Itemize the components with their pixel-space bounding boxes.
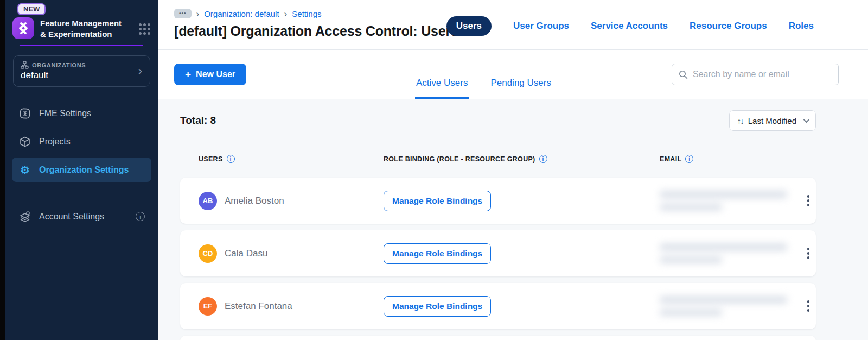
- search-box: [672, 64, 839, 85]
- user-cell: AB Amelia Boston: [199, 192, 384, 210]
- sidebar-item-account-settings[interactable]: Account Settings i: [12, 204, 151, 229]
- window-edge: [0, 0, 5, 340]
- cube-icon: [18, 136, 31, 148]
- total-count: Total: 8: [180, 115, 216, 127]
- sidebar-item-label: Organization Settings: [39, 165, 129, 175]
- breadcrumb-ellipsis[interactable]: •••: [174, 9, 192, 18]
- sort-dropdown[interactable]: ↑↓ Last Modified: [729, 110, 816, 131]
- redacted-email: [660, 191, 795, 211]
- info-icon[interactable]: i: [136, 212, 145, 221]
- tab-users[interactable]: Users: [446, 16, 492, 36]
- page-header: ••• › Organization: default › Settings […: [158, 0, 868, 50]
- apps-grid-icon[interactable]: [139, 23, 150, 35]
- search-icon: [679, 70, 688, 79]
- sidebar-item-projects[interactable]: Projects: [12, 129, 151, 154]
- sidebar-divider: [18, 194, 145, 194]
- breadcrumb-link-organization[interactable]: Organization: default: [204, 9, 279, 18]
- user-name: Estefan Fontana: [225, 301, 292, 312]
- tab-active-users[interactable]: Active Users: [415, 78, 469, 99]
- access-control-nav: Users User Groups Service Accounts Resou…: [446, 16, 814, 36]
- info-icon[interactable]: i: [685, 155, 693, 163]
- chevron-right-icon: ›: [284, 9, 288, 18]
- sidebar-item-label: Account Settings: [39, 212, 104, 222]
- table-row: CD Cala Dasu Manage Role Bindings: [180, 230, 816, 276]
- layers-gear-icon: [18, 210, 31, 223]
- sidebar-header: NEW Feature Management & Experimentation: [5, 0, 158, 46]
- chevron-down-icon: [803, 117, 809, 123]
- tab-resource-groups[interactable]: Resource Groups: [690, 21, 767, 32]
- user-name: Cala Dasu: [225, 248, 267, 259]
- new-user-button[interactable]: + New User: [174, 64, 246, 85]
- sidebar-item-label: Projects: [39, 137, 71, 147]
- column-header-role-binding: ROLE BINDING (ROLE - RESOURCE GROUP) i: [384, 155, 660, 163]
- users-list-panel: Total: 8 ↑↓ Last Modified USERS i ROLE B…: [158, 99, 868, 340]
- gear-icon: ⚙: [18, 165, 31, 175]
- toolbar: + New User Active Users Pending Users: [158, 50, 868, 99]
- avatar: EF: [199, 297, 217, 316]
- hierarchy-icon: [21, 61, 29, 69]
- table-header-row: USERS i ROLE BINDING (ROLE - RESOURCE GR…: [180, 155, 816, 163]
- next-row-partial: [180, 336, 816, 340]
- plus-icon: +: [185, 70, 191, 79]
- user-name: Amelia Boston: [225, 196, 284, 206]
- tab-pending-users[interactable]: Pending Users: [489, 78, 552, 99]
- brand: Feature Management & Experimentation: [12, 17, 150, 40]
- table-row: AB Amelia Boston Manage Role Bindings: [180, 178, 816, 224]
- sidebar: NEW Feature Management & Experimentation: [5, 0, 158, 340]
- main-area: ••• › Organization: default › Settings […: [158, 0, 868, 340]
- kebab-menu-icon[interactable]: [802, 245, 815, 261]
- search-input[interactable]: [693, 70, 832, 79]
- sort-arrows-icon: ↑↓: [737, 116, 743, 125]
- info-icon[interactable]: i: [539, 155, 547, 163]
- breadcrumb-link-settings[interactable]: Settings: [292, 9, 321, 18]
- kebab-menu-icon[interactable]: [802, 193, 815, 209]
- user-cell: EF Estefan Fontana: [199, 297, 384, 316]
- sort-dropdown-value: Last Modified: [748, 116, 796, 125]
- tab-service-accounts[interactable]: Service Accounts: [591, 21, 668, 32]
- sidebar-item-organization-settings[interactable]: ⚙ Organization Settings: [12, 158, 151, 182]
- manage-role-bindings-button[interactable]: Manage Role Bindings: [384, 243, 491, 264]
- sidebar-nav: FME Settings Projects ⚙ Organization Set…: [5, 101, 158, 229]
- manage-role-bindings-button[interactable]: Manage Role Bindings: [384, 191, 491, 211]
- column-header-users: USERS i: [199, 155, 384, 163]
- chevron-right-icon: ›: [138, 65, 142, 77]
- redacted-email: [660, 243, 795, 263]
- manage-role-bindings-button[interactable]: Manage Role Bindings: [384, 296, 491, 317]
- brand-accent-rule: [20, 45, 143, 46]
- redacted-email: [660, 296, 795, 316]
- avatar: CD: [199, 244, 217, 263]
- user-state-tabs: Active Users Pending Users: [415, 78, 552, 99]
- avatar: AB: [199, 192, 217, 210]
- organization-selector[interactable]: ORGANIZATIONS default ›: [13, 55, 150, 87]
- tab-user-groups[interactable]: User Groups: [513, 21, 569, 32]
- sidebar-item-fme-settings[interactable]: FME Settings: [12, 101, 151, 125]
- users-table: AB Amelia Boston Manage Role Bindings CD…: [180, 178, 816, 340]
- kebab-menu-icon[interactable]: [802, 298, 815, 314]
- user-cell: CD Cala Dasu: [199, 244, 384, 263]
- split-logo-icon: [12, 17, 35, 40]
- table-row: EF Estefan Fontana Manage Role Bindings: [180, 283, 816, 329]
- product-title: Feature Management & Experimentation: [40, 17, 126, 40]
- sidebar-item-label: FME Settings: [39, 109, 91, 118]
- new-badge: NEW: [17, 3, 46, 15]
- organizations-label: ORGANIZATIONS: [32, 62, 86, 68]
- tab-roles[interactable]: Roles: [789, 21, 814, 32]
- column-header-email: EMAIL i: [660, 155, 780, 163]
- split-outline-icon: [18, 107, 31, 120]
- new-user-button-label: New User: [196, 70, 235, 79]
- chevron-right-icon: ›: [196, 9, 200, 18]
- organization-value: default: [21, 70, 143, 81]
- info-icon[interactable]: i: [227, 155, 235, 163]
